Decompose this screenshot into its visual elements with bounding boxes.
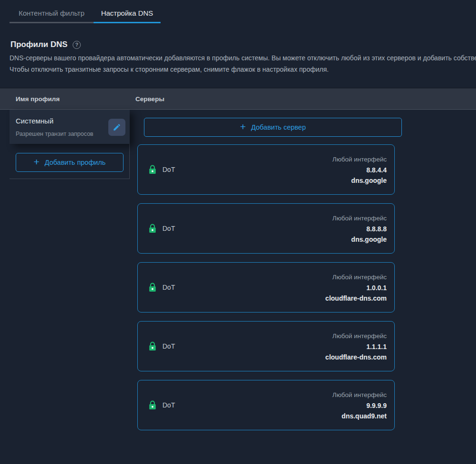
profile-card-system[interactable]: Системный Разрешен транзит запросов: [10, 110, 130, 144]
server-details: Любой интерфейс 1.0.0.1 cloudflare-dns.c…: [325, 272, 387, 303]
add-server-label: Добавить сервер: [251, 123, 306, 131]
table-header: Имя профиля Серверы: [0, 88, 476, 110]
server-host: dns.quad9.net: [333, 411, 387, 421]
server-protocol-label: DoT: [162, 225, 175, 232]
lock-icon: [149, 341, 156, 351]
column-header-profile-name: Имя профиля: [16, 95, 135, 103]
server-host: cloudflare-dns.com: [325, 352, 387, 362]
server-interface: Любой интерфейс: [325, 272, 387, 283]
server-details: Любой интерфейс 8.8.4.4 dns.google: [333, 154, 387, 186]
server-card[interactable]: DoT Любой интерфейс 1.0.0.1 cloudflare-d…: [137, 262, 395, 312]
server-address: 1.1.1.1: [325, 341, 387, 352]
edit-profile-button[interactable]: [108, 119, 125, 136]
server-address: 8.8.8.8: [333, 224, 387, 234]
add-profile-button[interactable]: + Добавить профиль: [16, 153, 124, 172]
add-server-button[interactable]: + Добавить сервер: [144, 118, 402, 137]
server-host: dns.google: [333, 175, 387, 186]
description-line-1: DNS-серверы вашего провайдера автоматиче…: [10, 52, 476, 64]
server-address: 8.8.4.4: [333, 165, 387, 175]
server-type-group: DoT: [149, 283, 175, 292]
servers-column: + Добавить сервер DoT Любой интерфейс 8.…: [137, 110, 402, 430]
tab-bar: Контентный фильтр Настройка DNS: [10, 7, 161, 23]
server-card[interactable]: DoT Любой интерфейс 8.8.8.8 dns.google: [137, 203, 395, 254]
add-profile-label: Добавить профиль: [45, 159, 105, 166]
profile-column-cell: Системный Разрешен транзит запросов + До…: [10, 110, 130, 179]
help-icon[interactable]: ?: [73, 41, 81, 49]
tab-content-filter[interactable]: Контентный фильтр: [10, 7, 94, 23]
column-header-servers: Серверы: [135, 95, 164, 103]
server-interface: Любой интерфейс: [325, 331, 387, 341]
server-type-group: DoT: [149, 400, 175, 410]
lock-icon: [149, 165, 156, 174]
description-line-2: Чтобы отключить транзитные запросы к сто…: [10, 64, 476, 75]
server-host: dns.google: [333, 234, 387, 245]
server-type-group: DoT: [149, 165, 175, 174]
server-type-group: DoT: [149, 341, 175, 351]
lock-icon: [149, 224, 156, 233]
page-heading: Профили DNS ?: [10, 40, 81, 49]
tab-content-filter-label: Контентный фильтр: [19, 9, 85, 17]
page-title: Профили DNS: [10, 40, 67, 49]
plus-icon: +: [34, 157, 39, 167]
plus-icon: +: [240, 122, 246, 132]
tab-dns-settings[interactable]: Настройка DNS: [94, 7, 161, 23]
server-details: Любой интерфейс 1.1.1.1 cloudflare-dns.c…: [325, 331, 387, 362]
server-details: Любой интерфейс 9.9.9.9 dns.quad9.net: [333, 389, 387, 421]
server-address: 9.9.9.9: [333, 400, 387, 411]
lock-icon: [149, 400, 156, 410]
page-description: DNS-серверы вашего провайдера автоматиче…: [10, 52, 476, 75]
server-protocol-label: DoT: [162, 284, 175, 291]
server-details: Любой интерфейс 8.8.8.8 dns.google: [333, 213, 387, 245]
server-card[interactable]: DoT Любой интерфейс 8.8.4.4 dns.google: [137, 144, 395, 195]
server-address: 1.0.0.1: [325, 283, 387, 293]
server-host: cloudflare-dns.com: [325, 293, 387, 303]
lock-icon: [149, 283, 156, 292]
server-protocol-label: DoT: [162, 342, 175, 350]
server-interface: Любой интерфейс: [333, 213, 387, 224]
server-protocol-label: DoT: [162, 401, 175, 409]
server-card[interactable]: DoT Любой интерфейс 1.1.1.1 cloudflare-d…: [137, 321, 395, 371]
server-interface: Любой интерфейс: [333, 154, 387, 165]
tab-dns-settings-label: Настройка DNS: [101, 9, 153, 17]
pencil-icon: [113, 123, 121, 132]
dns-settings-page: { "tabs": [ { "label": "Контентный фильт…: [0, 0, 476, 464]
server-protocol-label: DoT: [162, 166, 175, 173]
server-type-group: DoT: [149, 224, 175, 233]
server-card[interactable]: DoT Любой интерфейс 9.9.9.9 dns.quad9.ne…: [137, 380, 395, 430]
server-interface: Любой интерфейс: [333, 389, 387, 400]
